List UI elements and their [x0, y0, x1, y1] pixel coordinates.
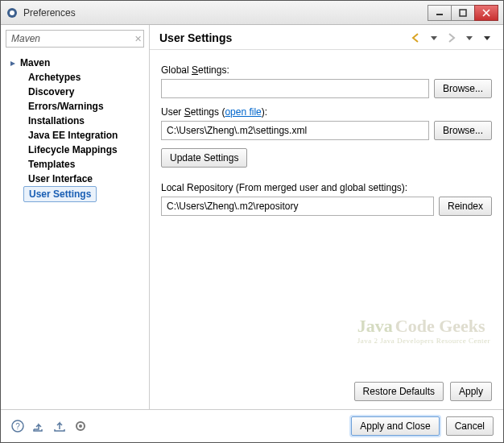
browse-global-button[interactable]: Browse... [434, 79, 492, 98]
app-icon [6, 6, 19, 19]
main-panel: User Settings [150, 25, 503, 409]
cancel-button[interactable]: Cancel [446, 416, 494, 436]
tree-item-discovery[interactable]: Discovery [23, 85, 147, 99]
svg-marker-7 [431, 36, 437, 40]
main-header: User Settings [150, 25, 503, 50]
svg-point-13 [79, 424, 82, 428]
minimize-button[interactable] [428, 5, 452, 21]
tree-item-errors-warnings[interactable]: Errors/Warnings [23, 99, 147, 114]
help-icon[interactable]: ? [10, 419, 25, 433]
reindex-button[interactable]: Reindex [439, 197, 492, 216]
update-settings-button[interactable]: Update Settings [161, 148, 247, 168]
window-buttons [428, 5, 498, 21]
user-settings-label: User Settings (open file): [161, 106, 492, 118]
tree-item-lifecycle-mappings[interactable]: Lifecycle Mappings [23, 143, 147, 157]
back-icon[interactable] [410, 31, 423, 44]
preferences-window: Preferences ✕ Ma [0, 0, 504, 443]
forward-icon[interactable] [445, 31, 458, 44]
close-button[interactable] [474, 5, 498, 21]
preference-tree[interactable]: Maven ArchetypesDiscoveryErrors/Warnings… [1, 52, 149, 409]
local-repo-label: Local Repository (From merged user and g… [161, 182, 492, 193]
content-area: Global Settings: Browse... User Settings… [150, 50, 503, 382]
dropdown-back-icon[interactable] [428, 31, 440, 44]
menu-icon[interactable] [481, 31, 494, 44]
tree-item-templates[interactable]: Templates [23, 157, 147, 172]
tree-item-user-settings[interactable]: User Settings [23, 186, 97, 202]
export-icon[interactable] [52, 419, 67, 433]
expand-icon[interactable] [9, 59, 17, 67]
global-settings-input[interactable] [161, 79, 429, 98]
svg-marker-6 [10, 61, 15, 66]
tree-root-maven[interactable]: Maven [2, 56, 147, 70]
local-repo-input[interactable] [161, 197, 434, 216]
dropdown-forward-icon[interactable] [463, 31, 476, 44]
tree-item-installations[interactable]: Installations [23, 114, 147, 128]
open-file-link[interactable]: open file [225, 106, 261, 118]
tree-item-java-ee-integration[interactable]: Java EE Integration [23, 128, 147, 143]
titlebar: Preferences [1, 1, 503, 25]
apply-and-close-button[interactable]: Apply and Close [351, 416, 439, 436]
page-action-row: Restore Defaults Apply [150, 382, 503, 409]
window-title: Preferences [23, 7, 428, 19]
history-toolbar [410, 31, 494, 44]
import-icon[interactable] [31, 419, 46, 433]
tree-item-archetypes[interactable]: Archetypes [23, 70, 147, 85]
restore-defaults-button[interactable]: Restore Defaults [354, 382, 444, 401]
tree-item-user-interface[interactable]: User Interface [23, 172, 147, 186]
filter-box[interactable]: ✕ [6, 30, 144, 48]
svg-marker-9 [484, 36, 490, 40]
maximize-button[interactable] [451, 5, 475, 21]
browse-user-button[interactable]: Browse... [434, 121, 492, 140]
svg-marker-8 [466, 36, 473, 40]
clear-filter-icon[interactable]: ✕ [134, 34, 142, 44]
svg-rect-3 [460, 10, 466, 16]
tree-root-label: Maven [20, 57, 50, 68]
filter-input[interactable] [10, 32, 134, 45]
sidebar: ✕ Maven ArchetypesDiscoveryErrors/Warnin… [1, 25, 150, 409]
apply-button[interactable]: Apply [450, 382, 492, 401]
page-title: User Settings [159, 31, 410, 44]
oomph-icon[interactable] [73, 419, 88, 433]
svg-text:?: ? [15, 422, 20, 431]
user-settings-input[interactable] [161, 121, 429, 140]
dialog-footer: ? Apply and Close Cancel [1, 409, 503, 442]
global-settings-label: Global Settings: [161, 64, 492, 76]
svg-point-1 [10, 10, 14, 15]
